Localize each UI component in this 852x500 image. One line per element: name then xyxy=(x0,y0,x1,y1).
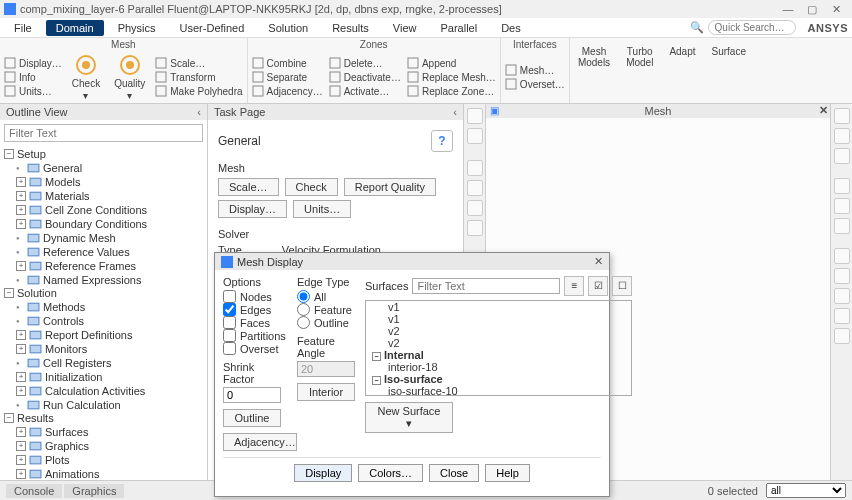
report-quality-button[interactable]: Report Quality xyxy=(344,178,436,196)
tool-pan-icon[interactable] xyxy=(467,200,483,216)
task-page-collapse-icon[interactable]: ‹ xyxy=(453,106,457,118)
tree-node-calculation-activities[interactable]: +Calculation Activities xyxy=(16,384,203,398)
dialog-close-button[interactable]: ✕ xyxy=(594,255,603,268)
toggle-icon[interactable]: + xyxy=(16,344,26,354)
surfaces-list[interactable]: v1v1v2v2−Internalinterior-18−Iso-surface… xyxy=(365,300,632,396)
option-faces[interactable]: Faces xyxy=(223,316,287,329)
dialog-close-button[interactable]: Close xyxy=(429,464,479,482)
outline-filter-input[interactable] xyxy=(4,124,203,142)
tree-node-surfaces[interactable]: +Surfaces xyxy=(16,425,203,439)
option-overset[interactable]: Overset xyxy=(223,342,287,355)
outline-tree[interactable]: −Setup●General+Models+Materials+Cell Zon… xyxy=(0,146,207,480)
edge-outline[interactable]: Outline xyxy=(297,316,355,329)
ribbon-surface[interactable]: Surface xyxy=(704,38,754,103)
ribbon-adapt[interactable]: Adapt xyxy=(661,38,703,103)
tool-layers-icon[interactable] xyxy=(467,128,483,144)
surface-item[interactable]: v1 xyxy=(366,313,631,325)
surface-item[interactable]: v1 xyxy=(366,301,631,313)
new-surface-button[interactable]: New Surface ▾ xyxy=(365,402,453,433)
units--button[interactable]: Units… xyxy=(293,200,351,218)
tool-rotate-icon[interactable] xyxy=(467,180,483,196)
view-cylinder-icon[interactable] xyxy=(834,148,850,164)
checkbox-nodes[interactable] xyxy=(223,290,236,303)
ribbon-scale-[interactable]: Scale… xyxy=(155,57,242,69)
view-sphere-icon[interactable] xyxy=(834,128,850,144)
view-section-icon[interactable] xyxy=(834,198,850,214)
tree-node-cell-registers[interactable]: ●Cell Registers xyxy=(16,356,203,370)
ribbon-adjacency-[interactable]: Adjacency… xyxy=(252,85,323,97)
dialog-help-button[interactable]: Help xyxy=(485,464,530,482)
tree-node-dynamic-mesh[interactable]: ●Dynamic Mesh xyxy=(16,231,203,245)
outline-button[interactable]: Outline xyxy=(223,409,281,427)
menu-view[interactable]: View xyxy=(383,20,427,36)
tree-node-plots[interactable]: +Plots xyxy=(16,453,203,467)
surface-group-iso-surface[interactable]: −Iso-surface xyxy=(366,373,631,385)
ribbon-append[interactable]: Append xyxy=(407,57,496,69)
toggle-icon[interactable]: + xyxy=(16,191,26,201)
tree-node-animations[interactable]: +Animations xyxy=(16,467,203,480)
selection-filter-dropdown[interactable]: all xyxy=(766,483,846,498)
dialog-display-button[interactable]: Display xyxy=(294,464,352,482)
tree-node-controls[interactable]: ●Controls xyxy=(16,314,203,328)
surface-item[interactable]: iso-surface-10 xyxy=(366,385,631,396)
tree-node-results[interactable]: −Results xyxy=(4,412,203,425)
toggle-icon[interactable]: − xyxy=(4,413,14,423)
ribbon-units-[interactable]: Units… xyxy=(4,85,62,97)
tree-node-materials[interactable]: +Materials xyxy=(16,189,203,203)
tree-node-run-calculation[interactable]: ●Run Calculation xyxy=(16,398,203,412)
toggle-icon[interactable]: + xyxy=(16,330,26,340)
option-edges[interactable]: Edges xyxy=(223,303,287,316)
ribbon-make-polyhedra[interactable]: Make Polyhedra xyxy=(155,85,242,97)
ribbon-replace-mesh-[interactable]: Replace Mesh… xyxy=(407,71,496,83)
checkbox-edges[interactable] xyxy=(223,303,236,316)
tree-node-setup[interactable]: −Setup xyxy=(4,148,203,161)
tool-zoom-icon[interactable] xyxy=(467,220,483,236)
toggle-icon[interactable]: + xyxy=(16,219,26,229)
radio-outline[interactable] xyxy=(297,316,310,329)
edge-feature[interactable]: Feature xyxy=(297,303,355,316)
view-measure-icon[interactable] xyxy=(834,248,850,264)
edge-all[interactable]: All xyxy=(297,290,355,303)
dialog-colors--button[interactable]: Colors… xyxy=(358,464,423,482)
ribbon-combine[interactable]: Combine xyxy=(252,57,323,69)
option-nodes[interactable]: Nodes xyxy=(223,290,287,303)
scale--button[interactable]: Scale… xyxy=(218,178,279,196)
view-snapshot-icon[interactable] xyxy=(834,328,850,344)
toggle-icon[interactable]: + xyxy=(16,205,26,215)
menu-domain[interactable]: Domain xyxy=(46,20,104,36)
view-settings-icon[interactable] xyxy=(834,308,850,324)
ribbon-deactivate-[interactable]: Deactivate… xyxy=(329,71,401,83)
surface-item[interactable]: v2 xyxy=(366,337,631,349)
menu-file[interactable]: File xyxy=(4,20,42,36)
toggle-icon[interactable]: + xyxy=(16,372,26,382)
ribbon-mesh-[interactable]: Mesh… xyxy=(505,64,565,76)
dialog-titlebar[interactable]: Mesh Display ✕ xyxy=(215,253,609,270)
surface-item[interactable]: v2 xyxy=(366,325,631,337)
toggle-icon[interactable]: + xyxy=(16,455,26,465)
ribbon-mesh-models[interactable]: MeshModels xyxy=(570,38,618,103)
ribbon-transform[interactable]: Transform xyxy=(155,71,242,83)
shrink-factor-input[interactable] xyxy=(223,387,281,403)
tree-node-general[interactable]: ●General xyxy=(16,161,203,175)
menu-solution[interactable]: Solution xyxy=(258,20,318,36)
view-eye-icon[interactable] xyxy=(834,178,850,194)
option-partitions[interactable]: Partitions xyxy=(223,329,287,342)
surface-item[interactable]: interior-18 xyxy=(366,361,631,373)
ribbon-replace-zone-[interactable]: Replace Zone… xyxy=(407,85,496,97)
menu-user-defined[interactable]: User-Defined xyxy=(170,20,255,36)
toggle-icon[interactable]: + xyxy=(16,177,26,187)
checkbox-partitions[interactable] xyxy=(223,329,236,342)
menu-physics[interactable]: Physics xyxy=(108,20,166,36)
menu-results[interactable]: Results xyxy=(322,20,379,36)
view-annotate-icon[interactable] xyxy=(834,268,850,284)
checkbox-faces[interactable] xyxy=(223,316,236,329)
toggle-icon[interactable]: + xyxy=(16,427,26,437)
tree-node-initialization[interactable]: +Initialization xyxy=(16,370,203,384)
ribbon-overset-[interactable]: Overset… xyxy=(505,78,565,90)
maximize-button[interactable]: ▢ xyxy=(800,3,824,16)
view-light-icon[interactable] xyxy=(834,288,850,304)
ribbon-quality[interactable]: Quality ▾ xyxy=(110,51,149,103)
radio-all[interactable] xyxy=(297,290,310,303)
tree-node-named-expressions[interactable]: ●Named Expressions xyxy=(16,273,203,287)
graphics-close-button[interactable]: ✕ xyxy=(819,104,828,117)
